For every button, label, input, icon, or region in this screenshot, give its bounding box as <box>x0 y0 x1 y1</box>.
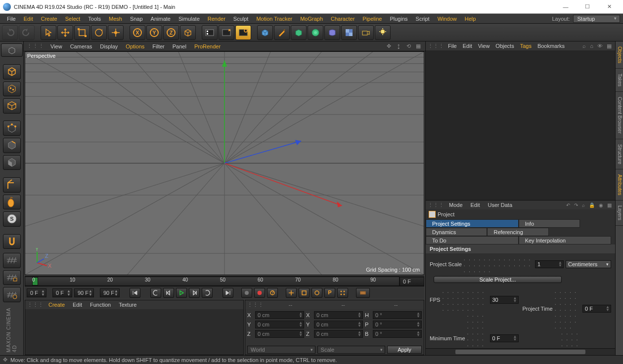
om-layout-icon[interactable]: ▦ <box>605 43 613 49</box>
planar-workplane[interactable] <box>3 287 21 302</box>
object-list[interactable] <box>426 50 615 200</box>
viewport-solo-mode[interactable]: S <box>3 211 21 227</box>
material-list[interactable] <box>25 309 243 355</box>
viewport[interactable]: Perspective Grid Spacing : 100 cm X Y Z <box>25 51 424 275</box>
layout-dropdown[interactable]: Startup <box>573 15 620 23</box>
grip-icon[interactable]: ⋮⋮⋮ <box>27 302 44 308</box>
menu-motion-tracker[interactable]: Motion Tracker <box>252 15 296 23</box>
viewport-menu-cameras[interactable]: Cameras <box>66 42 96 50</box>
key-position-toggle[interactable] <box>286 288 297 298</box>
menu-mograph[interactable]: MoGraph <box>296 15 327 23</box>
move-tool[interactable] <box>57 25 73 40</box>
viewport-rotate-icon[interactable]: ⟲ <box>405 43 412 49</box>
model-mode[interactable] <box>3 64 21 80</box>
camera-button[interactable] <box>358 25 374 40</box>
range-to-field[interactable]: 90 F▲▼ <box>74 288 94 297</box>
material-menu-create[interactable]: Create <box>44 301 69 308</box>
coord-rot-p[interactable]: 0 °▲▼ <box>373 321 422 328</box>
light-button[interactable] <box>375 25 391 40</box>
coord-system-toggle[interactable] <box>180 25 196 40</box>
min-time-field[interactable]: 0 F▲▼ <box>490 334 519 342</box>
timeline[interactable]: 0102030405060708090 0 F <box>25 276 424 286</box>
attr-scrollbar[interactable] <box>426 348 615 355</box>
goto-prev-key-button[interactable] <box>150 288 161 298</box>
side-tab-layers[interactable]: Layers <box>616 201 623 226</box>
om-eye-icon[interactable]: 👁 <box>596 43 604 49</box>
fps-field[interactable]: 30▲▼ <box>490 296 519 304</box>
z-axis-toggle[interactable]: Z <box>163 25 179 40</box>
prev-frame-button[interactable] <box>163 288 174 298</box>
record-keyframe-button[interactable] <box>241 288 252 298</box>
om-menu-tags[interactable]: Tags <box>517 42 534 49</box>
menu-script[interactable]: Script <box>412 15 434 23</box>
coords-apply-button[interactable]: Apply <box>387 346 422 354</box>
side-tab-attributes[interactable]: Attributes <box>616 169 623 201</box>
menu-create[interactable]: Create <box>37 15 61 23</box>
autokey-button[interactable] <box>254 288 265 298</box>
range-from-field[interactable]: 0 F▲▼ <box>52 288 72 297</box>
next-frame-button[interactable] <box>189 288 200 298</box>
coord-pos-z[interactable]: 0 cm▲▼ <box>255 330 304 338</box>
grip-icon[interactable]: ⋮⋮⋮ <box>247 302 264 308</box>
om-menu-objects[interactable]: Objects <box>492 42 517 49</box>
scale-project-button[interactable]: Scale Project... <box>434 276 562 283</box>
attr-next-icon[interactable]: ↷ <box>573 202 579 208</box>
close-button[interactable]: ✕ <box>598 0 620 14</box>
attr-prev-icon[interactable]: ↶ <box>565 202 572 208</box>
generator-button[interactable] <box>291 25 307 40</box>
primitive-cube-button[interactable] <box>257 25 273 40</box>
workplane-mode[interactable] <box>3 98 21 114</box>
menu-render[interactable]: Render <box>204 15 229 23</box>
point-mode[interactable] <box>3 121 21 136</box>
project-scale-field[interactable]: 1▲▼ <box>535 260 564 268</box>
minimize-button[interactable]: — <box>555 0 577 14</box>
menu-character[interactable]: Character <box>327 15 358 23</box>
grip-icon[interactable]: ⋮⋮⋮ <box>428 43 444 49</box>
menu-simulate[interactable]: Simulate <box>175 15 204 23</box>
play-button[interactable] <box>176 288 187 298</box>
grip-icon[interactable]: ⋮⋮⋮ <box>428 202 444 208</box>
coord-size-x[interactable]: 0 cm▲▼ <box>314 311 363 319</box>
axis-mode[interactable] <box>3 177 21 193</box>
viewport-menu-filter[interactable]: Filter <box>148 42 168 50</box>
side-tab-content-browser[interactable]: Content Browser <box>616 92 623 139</box>
attr-tab-to-do[interactable]: To Do <box>426 236 519 244</box>
attr-menu-user-data[interactable]: User Data <box>484 202 517 208</box>
select-tool[interactable] <box>41 25 56 40</box>
coords-scale-dropdown[interactable]: Scale <box>317 346 385 354</box>
goto-end-button[interactable] <box>222 288 233 298</box>
attr-menu-edit[interactable]: Edit <box>467 202 484 208</box>
viewport-menu-panel[interactable]: Panel <box>169 42 190 50</box>
coord-rot-h[interactable]: 0 °▲▼ <box>373 311 422 319</box>
menu-sculpt[interactable]: Sculpt <box>229 15 253 23</box>
goto-start-button[interactable] <box>130 288 140 298</box>
side-tab-structure[interactable]: Structure <box>616 139 623 170</box>
modeling-button[interactable] <box>308 25 323 40</box>
material-menu-function[interactable]: Function <box>86 301 115 308</box>
menu-mesh[interactable]: Mesh <box>105 15 126 23</box>
coord-size-y[interactable]: 0 cm▲▼ <box>314 321 363 328</box>
om-menu-view[interactable]: View <box>475 42 493 49</box>
attr-tab-project-settings[interactable]: Project Settings <box>426 219 519 228</box>
viewport-layout-icon[interactable]: ▦ <box>414 43 422 49</box>
menu-select[interactable]: Select <box>61 15 85 23</box>
attr-new-icon[interactable]: ◉ <box>597 202 605 208</box>
edge-mode[interactable] <box>3 138 21 153</box>
material-menu-texture[interactable]: Texture <box>115 301 140 308</box>
menu-help[interactable]: Help <box>461 15 480 23</box>
side-tab-objects[interactable]: Objects <box>616 41 623 69</box>
viewport-menu-prorender[interactable]: ProRender <box>190 42 224 50</box>
undo-button[interactable] <box>2 25 18 40</box>
snap-toggle[interactable] <box>3 234 21 249</box>
key-parameter-toggle[interactable]: P <box>324 288 335 298</box>
attr-tab-dynamics[interactable]: Dynamics <box>426 228 487 236</box>
menu-tools[interactable]: Tools <box>84 15 105 23</box>
menu-animate[interactable]: Animate <box>147 15 175 23</box>
rotate-tool[interactable] <box>91 25 107 40</box>
redo-button[interactable] <box>19 25 35 40</box>
timeline-ruler[interactable]: 0102030405060708090 <box>25 277 400 286</box>
attr-tab-referencing[interactable]: Referencing <box>487 228 548 236</box>
coord-pos-y[interactable]: 0 cm▲▼ <box>255 321 304 328</box>
attr-tab-info[interactable]: Info <box>519 219 580 228</box>
menu-snap[interactable]: Snap <box>126 15 147 23</box>
